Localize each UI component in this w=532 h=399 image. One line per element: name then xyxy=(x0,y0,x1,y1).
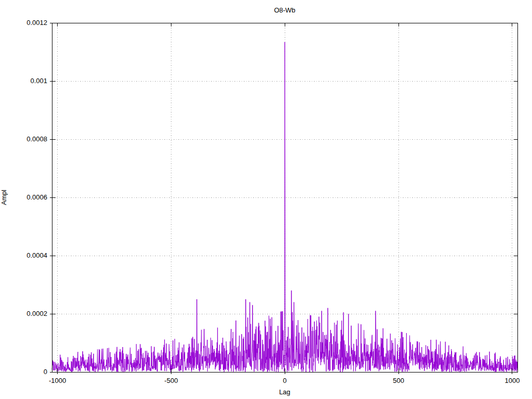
y-axis-label: Ampl xyxy=(0,190,8,205)
y-tick-label: 0.0008 xyxy=(26,135,47,143)
x-tick-label: 0 xyxy=(283,377,287,384)
data-series xyxy=(52,42,517,372)
y-tick-label: 0.0012 xyxy=(26,19,47,26)
x-axis-label: Lag xyxy=(279,388,290,396)
chart-title: O8-Wb xyxy=(274,6,295,14)
x-tick-label: 500 xyxy=(393,377,404,384)
correlation-series-path xyxy=(52,42,517,372)
y-tick-label: 0.0002 xyxy=(26,310,47,317)
x-tick-labels: -1000-50005001000 xyxy=(49,377,520,384)
y-tick-labels: 00.00020.00040.00060.00080.0010.0012 xyxy=(26,19,47,376)
y-tick-label: 0.0006 xyxy=(26,193,47,201)
y-tick-label: 0.0004 xyxy=(26,251,47,259)
y-tick-label: 0.001 xyxy=(30,77,47,85)
chart-canvas: O8-Wb Ampl Lag -1000-50005001000 00.0002… xyxy=(0,0,532,399)
correlation-chart: O8-Wb Ampl Lag -1000-50005001000 00.0002… xyxy=(0,0,532,399)
y-tick-label: 0 xyxy=(44,368,47,376)
x-tick-label: -1000 xyxy=(49,377,66,384)
x-tick-label: 1000 xyxy=(504,377,520,384)
x-tick-label: -500 xyxy=(164,377,178,384)
axis-ticks xyxy=(50,23,517,374)
